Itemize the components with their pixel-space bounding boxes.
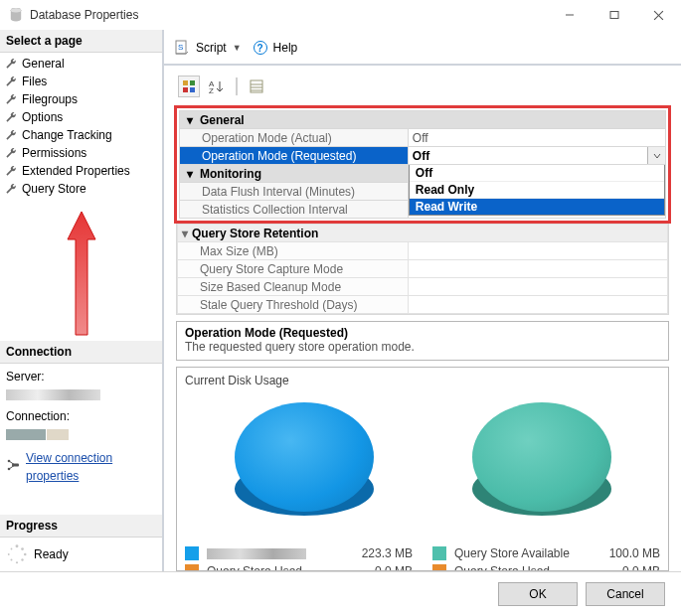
page-item-change-tracking[interactable]: Change Tracking — [0, 126, 162, 144]
legend-swatch — [185, 546, 199, 560]
page-item-label: Files — [22, 75, 47, 88]
prop-data-flush-label[interactable]: Data Flush Interval (Minutes) — [180, 183, 409, 201]
svg-rect-3 — [610, 12, 618, 19]
pie-chart-database — [235, 396, 374, 536]
page-list: General Files Filegroups Options Change … — [0, 53, 162, 204]
page-item-options[interactable]: Options — [0, 108, 162, 126]
legend-swatch — [432, 564, 446, 571]
svg-point-11 — [16, 544, 19, 547]
select-page-header: Select a page — [0, 30, 162, 53]
dropdown-button[interactable] — [647, 147, 665, 164]
property-pages-button[interactable] — [246, 76, 267, 97]
progress-status: Ready — [0, 538, 162, 571]
alphabetical-button[interactable]: AZ — [206, 76, 228, 97]
prop-stale-threshold-value[interactable] — [408, 296, 667, 314]
page-item-label: Permissions — [22, 146, 86, 160]
window-titlebar: Database Properties — [0, 0, 681, 30]
page-item-label: Extended Properties — [22, 164, 130, 178]
prop-size-cleanup-value[interactable] — [408, 278, 667, 296]
category-general[interactable]: ▾General — [180, 111, 666, 129]
prop-op-mode-requested-label[interactable]: Operation Mode (Requested) — [180, 147, 409, 165]
wrench-icon — [4, 110, 18, 124]
progress-text: Ready — [34, 547, 69, 561]
description-text: The requested query store operation mode… — [185, 340, 660, 354]
page-item-label: Options — [22, 110, 63, 124]
svg-point-14 — [21, 558, 23, 560]
prop-size-cleanup-label[interactable]: Size Based Cleanup Mode — [178, 278, 409, 296]
page-item-label: Filegroups — [22, 92, 78, 106]
prop-capture-mode-label[interactable]: Query Store Capture Mode — [178, 260, 409, 278]
dropdown-option-off[interactable]: Off — [410, 165, 664, 182]
right-panel: S Script ▼ ? Help AZ ▾General Operation … — [164, 30, 681, 571]
disk-legend: 223.3 MB Query Store Used0.0 MB Query St… — [185, 544, 660, 571]
view-connection-properties-link[interactable]: View connection properties — [26, 449, 156, 485]
prop-op-mode-requested-value[interactable]: Off — [408, 147, 665, 165]
toolbar-separator — [236, 77, 238, 95]
prop-capture-mode-value[interactable] — [408, 260, 667, 278]
connection-value — [6, 425, 156, 443]
legend-name: Query Store Used — [454, 564, 596, 571]
page-item-label: Change Tracking — [22, 128, 112, 142]
general-monitoring-highlight: ▾General Operation Mode (Actual)Off Oper… — [174, 105, 671, 224]
prop-stats-interval-label[interactable]: Statistics Collection Interval — [180, 201, 409, 219]
wrench-icon — [4, 75, 18, 88]
page-item-extended-properties[interactable]: Extended Properties — [0, 162, 162, 180]
svg-rect-21 — [183, 80, 188, 85]
retention-grid: ▾Query Store Retention Max Size (MB) Que… — [176, 224, 669, 315]
dropdown-option-read-only[interactable]: Read Only — [410, 182, 664, 199]
prop-op-mode-actual-value: Off — [408, 129, 665, 147]
legend-value: 0.0 MB — [349, 564, 413, 571]
dropdown-option-read-write[interactable]: Read Write — [410, 199, 664, 215]
svg-text:Z: Z — [209, 86, 214, 94]
connection-panel: Server: Connection: View connection prop… — [0, 364, 162, 493]
wrench-icon — [4, 57, 18, 71]
dialog-footer: OK Cancel — [0, 571, 681, 616]
window-maximize-button[interactable] — [592, 0, 636, 30]
page-item-label: General — [22, 57, 65, 71]
collapse-icon[interactable]: ▾ — [184, 113, 196, 127]
prop-max-size-label[interactable]: Max Size (MB) — [178, 242, 409, 260]
connection-label: Connection: — [6, 407, 156, 425]
prop-max-size-value[interactable] — [408, 242, 667, 260]
legend-name: Query Store Used — [207, 564, 349, 571]
svg-point-12 — [21, 547, 24, 550]
window-minimize-button[interactable] — [547, 0, 592, 30]
window-close-button[interactable] — [636, 0, 681, 30]
script-dropdown-icon[interactable]: ▼ — [233, 43, 242, 53]
server-value — [6, 385, 156, 403]
category-retention[interactable]: ▾Query Store Retention — [178, 225, 668, 242]
cancel-button[interactable]: Cancel — [586, 582, 665, 606]
collapse-icon[interactable]: ▾ — [182, 227, 188, 240]
collapse-icon[interactable]: ▾ — [184, 167, 196, 181]
script-button[interactable]: Script — [196, 41, 227, 55]
left-panel: Select a page General Files Filegroups O… — [0, 30, 164, 571]
legend-name: Query Store Available — [454, 546, 596, 560]
prop-stale-threshold-label[interactable]: Stale Query Threshold (Days) — [178, 296, 409, 314]
legend-value: 0.0 MB — [596, 564, 660, 571]
disk-usage-title: Current Disk Usage — [185, 374, 660, 387]
legend-value: 223.3 MB — [349, 546, 413, 560]
window-title: Database Properties — [30, 8, 547, 22]
legend-swatch — [185, 564, 199, 571]
op-mode-dropdown[interactable]: Off Read Only Read Write — [409, 165, 665, 216]
page-item-filegroups[interactable]: Filegroups — [0, 90, 162, 108]
svg-rect-22 — [190, 80, 195, 85]
svg-line-9 — [9, 461, 15, 465]
prop-op-mode-actual-label: Operation Mode (Actual) — [180, 129, 409, 147]
help-icon[interactable]: ? — [254, 41, 267, 55]
categorized-button[interactable] — [178, 76, 200, 97]
category-monitoring[interactable]: ▾Monitoring — [180, 165, 409, 183]
disk-usage-panel: Current Disk Usage 223.3 MB Query Store … — [176, 367, 669, 571]
svg-line-10 — [9, 465, 15, 469]
connection-header: Connection — [0, 341, 162, 364]
legend-swatch — [432, 546, 446, 560]
wrench-icon — [4, 92, 18, 106]
help-button[interactable]: Help — [273, 41, 298, 55]
page-item-files[interactable]: Files — [0, 73, 162, 90]
page-item-general[interactable]: General — [0, 55, 162, 73]
wrench-icon — [4, 164, 18, 178]
ok-button[interactable]: OK — [498, 582, 578, 606]
page-item-query-store[interactable]: Query Store — [0, 180, 162, 198]
page-item-permissions[interactable]: Permissions — [0, 144, 162, 162]
legend-row: Query Store Used0.0 MB — [432, 562, 660, 571]
